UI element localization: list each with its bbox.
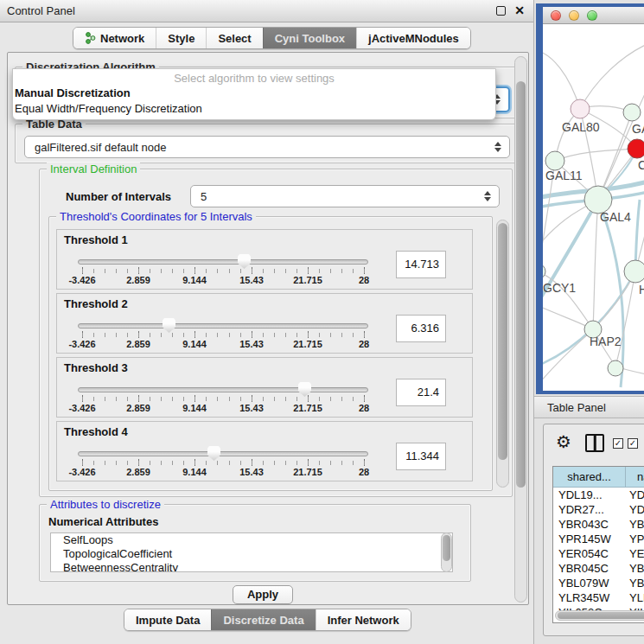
threshold-2-slider[interactable]: -3.426 2.859 9.144 15.43 21.715 28 — [78, 318, 372, 351]
network-icon — [85, 32, 96, 44]
threshold-3-value-field[interactable]: 21.4 — [396, 379, 446, 406]
table-row[interactable]: YBL079WYBL0 — [553, 576, 644, 590]
node-bottom[interactable] — [608, 360, 623, 376]
column-header-name[interactable]: name — [626, 467, 644, 487]
threshold-3-label: Threshold 3 — [64, 361, 128, 374]
node-gal80[interactable] — [571, 99, 590, 118]
popup-option-equal-width[interactable]: Equal Width/Frequency Discretization — [13, 101, 495, 117]
network-view-window[interactable]: GAL80 GA C GAL11 GAL4 GCY1 H HAP2 — [536, 3, 644, 394]
table-panel-title: Table Panel — [547, 401, 606, 414]
tab-style[interactable]: Style — [156, 28, 206, 48]
node-attribute-table: shared... name YDL19...YDL1 YDR27...YDR2… — [552, 466, 644, 623]
tab-discretize-data[interactable]: Discretize Data — [211, 609, 315, 630]
table-data-combo[interactable]: galFiltered.sif default node — [24, 136, 510, 158]
attributes-group-title: Attributes to discretize — [47, 498, 164, 511]
threshold-4-value-field[interactable]: 11.344 — [396, 443, 446, 470]
control-panel-title: Control Panel — [7, 4, 75, 17]
network-window-titlebar[interactable] — [543, 7, 644, 24]
threshold-2-label: Threshold 2 — [64, 297, 128, 310]
column-header-shared-name[interactable]: shared... — [553, 467, 626, 487]
node-gal11[interactable] — [545, 151, 564, 170]
tab-select[interactable]: Select — [206, 28, 262, 48]
tab-impute-data[interactable]: Impute Data — [124, 609, 211, 630]
node-label-clipped-h: H — [639, 283, 644, 296]
threshold-3-panel: Threshold 3 -3.426 2.859 9.144 15.43 21.… — [56, 357, 473, 418]
node-label-gal4: GAL4 — [600, 210, 631, 224]
gear-icon[interactable]: ⚙ — [556, 431, 571, 452]
close-icon[interactable]: ✕ — [514, 3, 525, 17]
list-item[interactable]: SelfLoops — [51, 533, 452, 547]
table-data-group: Table Data galFiltered.sif default node — [15, 124, 518, 163]
screen: Control Panel ✕ Network Style Select Cyn… — [0, 0, 644, 644]
zoom-traffic-light-icon[interactable] — [587, 10, 597, 21]
main-panel-scrollbar[interactable] — [514, 56, 527, 603]
interval-definition-title: Interval Definition — [47, 163, 140, 175]
node-label-gal80: GAL80 — [562, 120, 600, 134]
node-label-hap2: HAP2 — [590, 335, 622, 348]
threshold-2-value-field[interactable]: 6.316 — [396, 315, 446, 342]
number-of-intervals-value: 5 — [201, 190, 207, 203]
threshold-1-value-field[interactable]: 14.713 — [396, 251, 446, 278]
node-label-clipped-red: C — [638, 158, 644, 172]
number-of-intervals-combo[interactable]: 5 — [190, 185, 500, 207]
checkbox-icon[interactable]: ✓ — [613, 438, 623, 449]
number-of-intervals-label: Number of Intervals — [66, 190, 171, 203]
table-row[interactable]: YBR045CYBR0 — [553, 561, 644, 576]
node-label-gcy1: GCY1 — [543, 281, 576, 295]
control-panel-window: Control Panel ✕ Network Style Select Cyn… — [0, 0, 534, 644]
float-window-icon[interactable] — [496, 6, 506, 16]
thresholds-scrollbar[interactable] — [496, 220, 509, 488]
algorithm-dropdown-popup: Select algorithm to view settings Manual… — [12, 68, 496, 120]
cyni-bottom-tabs: Impute Data Discretize Data Infer Networ… — [124, 609, 411, 631]
threshold-3-slider[interactable]: -3.426 2.859 9.144 15.43 21.715 28 — [78, 382, 372, 415]
minimize-traffic-light-icon[interactable] — [569, 10, 579, 21]
threshold-4-label: Threshold 4 — [64, 425, 128, 438]
table-data-combo-value: galFiltered.sif default node — [35, 141, 166, 154]
threshold-4-panel: Threshold 4 -3.426 2.859 9.144 15.43 21.… — [56, 421, 473, 481]
checkbox-icon[interactable]: ✓ — [628, 438, 638, 449]
numerical-attributes-list[interactable]: SelfLoops TopologicalCoefficient Between… — [50, 532, 453, 572]
thresholds-group: Threshold's Coordinates for 5 Intervals … — [48, 216, 493, 491]
threshold-1-panel: Threshold 1 -3.426 2.859 9.144 15.43 21.… — [56, 229, 473, 290]
tab-jactivemnodules[interactable]: jActiveMNodules — [356, 28, 470, 48]
tab-cyni-toolbox[interactable]: Cyni Toolbox — [263, 28, 356, 48]
popup-placeholder-option[interactable]: Select algorithm to view settings — [13, 69, 495, 86]
attributes-group: Attributes to discretize Numerical Attri… — [39, 504, 471, 582]
tab-network-label: Network — [100, 32, 144, 45]
node-top-right[interactable] — [623, 104, 641, 121]
table-row[interactable]: YBR043CYBR0 — [553, 517, 644, 532]
network-graph: GAL80 GA C GAL11 GAL4 GCY1 H HAP2 — [543, 24, 644, 391]
node-red-selected[interactable] — [628, 139, 644, 158]
tab-network[interactable]: Network — [73, 28, 156, 48]
node-gcy1[interactable] — [543, 264, 545, 279]
threshold-1-label: Threshold 1 — [64, 233, 128, 246]
table-row[interactable]: YER054CYER0 — [553, 546, 644, 561]
list-item[interactable]: BetweennessCentrality — [51, 561, 452, 572]
columns-icon[interactable] — [585, 434, 604, 452]
thresholds-group-title: Threshold's Coordinates for 5 Intervals — [56, 210, 256, 223]
table-panel: ⚙ ✓ ✓ shared... name YDL19...YDL1 YDR27.… — [543, 424, 644, 636]
control-panel-tabs: Network Style Select Cyni Toolbox jActiv… — [73, 27, 471, 49]
numerical-attributes-label: Numerical Attributes — [48, 515, 158, 528]
table-row[interactable]: YPR145WYPR1 — [553, 532, 644, 546]
apply-button[interactable]: Apply — [233, 585, 293, 604]
node-h[interactable] — [624, 260, 644, 283]
table-row[interactable]: YDL19...YDL1 — [553, 488, 644, 502]
table-panel-toolbar: ⚙ ✓ ✓ — [544, 424, 644, 462]
table-row[interactable]: YDR27...YDR2 — [553, 502, 644, 517]
popup-option-manual-discretization[interactable]: Manual Discretization — [13, 86, 495, 101]
table-row[interactable]: YLR345WYLR3 — [553, 590, 644, 605]
close-traffic-light-icon[interactable] — [551, 10, 561, 21]
table-header-row: shared... name — [553, 467, 644, 488]
control-panel-titlebar: Control Panel ✕ — [0, 0, 533, 22]
table-horizontal-scrollbar[interactable] — [555, 610, 644, 621]
node-label-clipped-top: GA — [632, 122, 644, 136]
threshold-1-slider[interactable]: -3.426 2.859 9.144 15.43 21.715 28 — [78, 254, 372, 287]
threshold-2-panel: Threshold 2 -3.426 2.859 9.144 15.43 21.… — [56, 293, 473, 354]
attributes-list-scrollbar[interactable] — [441, 532, 452, 572]
list-item[interactable]: TopologicalCoefficient — [51, 547, 452, 561]
table-panel-header: Table Panel — [534, 396, 644, 418]
network-canvas[interactable]: GAL80 GA C GAL11 GAL4 GCY1 H HAP2 — [543, 24, 644, 391]
tab-infer-network[interactable]: Infer Network — [316, 609, 411, 630]
threshold-4-slider[interactable]: -3.426 2.859 9.144 15.43 21.715 28 — [78, 446, 372, 479]
